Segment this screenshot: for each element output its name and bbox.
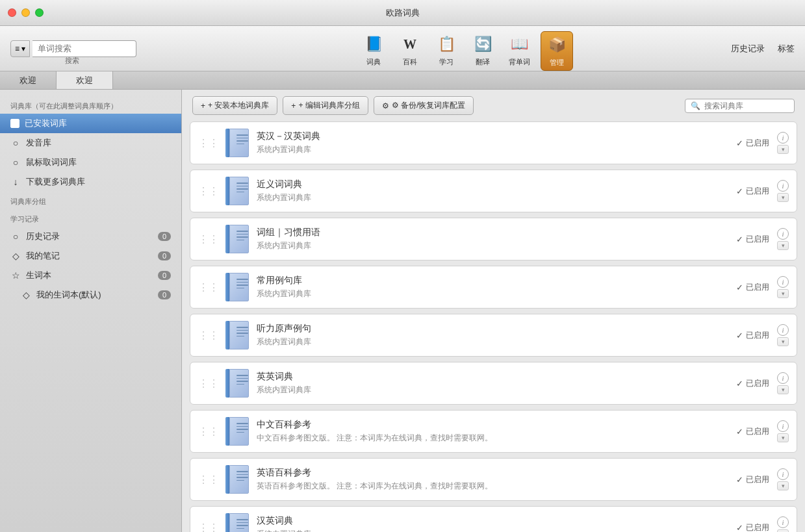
dict-info: 中文百科参考 中文百科参考图文版。 注意：本词库为在线词典，查找时需要联网。: [257, 419, 736, 444]
dict-arrow-button[interactable]: ▾: [777, 241, 789, 250]
drag-handle[interactable]: ⋮⋮: [198, 281, 219, 294]
toolbar-label-wordcard: 背单词: [509, 57, 530, 67]
dict-arrow-button[interactable]: ▾: [777, 337, 789, 346]
sidebar-label-installed: 已安装词库: [25, 118, 67, 129]
dict-status: ✓ 已启用: [736, 330, 769, 341]
dict-info-button[interactable]: i: [777, 324, 789, 336]
dict-info: 英英词典 系统内置词典库: [257, 371, 736, 396]
sidebar-item-mouse[interactable]: ○ 鼠标取词词库: [0, 153, 181, 172]
sidebar-item-notes[interactable]: ◇ 我的笔记 0: [0, 246, 181, 266]
sidebar-label-notes: 我的笔记: [26, 250, 60, 262]
dict-info-button[interactable]: i: [777, 180, 789, 192]
dict-status: ✓ 已启用: [736, 186, 769, 197]
dict-info-button[interactable]: i: [777, 468, 789, 480]
toolbar-item-dict[interactable]: 📘 词典: [358, 31, 389, 70]
edit-group-button[interactable]: + + 编辑词典库分组: [283, 96, 368, 115]
drag-handle[interactable]: ⋮⋮: [198, 185, 219, 197]
dict-info-button[interactable]: i: [777, 228, 789, 240]
dict-desc: 中文百科参考图文版。 注意：本词库为在线词典，查找时需要联网。: [257, 433, 736, 444]
tabbar: 欢迎 欢迎: [0, 71, 805, 90]
checkmark-icon: ✓: [736, 379, 743, 388]
drag-handle[interactable]: ⋮⋮: [198, 522, 219, 533]
sidebar-item-phonetics[interactable]: ○ 发音库: [0, 133, 181, 153]
sidebar-item-myvocab[interactable]: ◇ 我的生词本(默认) 0: [0, 285, 181, 305]
dict-desc: 系统内置词典库: [257, 240, 736, 251]
app-title: 欧路词典: [386, 7, 420, 19]
search-type-icon: ≡: [15, 44, 19, 53]
toolbar-item-learn[interactable]: 📋 学习: [431, 31, 462, 70]
dict-desc: 英语百科参考图文版。 注意：本词库为在线词典，查找时需要联网。: [257, 481, 736, 492]
dict-arrow-button[interactable]: ▾: [777, 289, 789, 298]
dict-list: ⋮⋮ 英汉－汉英词典 系统内置词典库 ✓ 已启用 i ▾ ⋮⋮: [182, 121, 805, 532]
checkmark-icon: ✓: [736, 186, 743, 196]
book-icon: [225, 465, 249, 494]
toolbar-item-manage[interactable]: 📦 管理: [541, 31, 573, 71]
myvocab-badge: 0: [158, 290, 171, 299]
toolbar-label-learn: 学习: [439, 57, 454, 67]
install-local-button[interactable]: + + 安装本地词典库: [192, 96, 277, 115]
dict-arrow-button[interactable]: ▾: [777, 433, 789, 442]
minimize-button[interactable]: [21, 8, 30, 17]
dict-info-button[interactable]: i: [777, 420, 789, 432]
dict-actions: i ▾: [777, 516, 789, 532]
dict-desc: 系统内置词典库: [257, 385, 736, 396]
book-icon: [225, 273, 249, 301]
status-badge: 已启用: [746, 426, 769, 437]
dict-status: ✓ 已启用: [736, 426, 769, 437]
sidebar-item-history[interactable]: ○ 历史记录 0: [0, 227, 181, 246]
dict-item-en_en: ⋮⋮ 英英词典 系统内置词典库 ✓ 已启用 i ▾: [190, 362, 797, 405]
dict-info-button[interactable]: i: [777, 132, 789, 144]
diamond-small-icon: ◇: [21, 290, 31, 300]
dict-arrow-button[interactable]: ▾: [777, 145, 789, 154]
history-badge: 0: [158, 232, 171, 241]
dict-name: 词组｜习惯用语: [257, 227, 736, 238]
dict-desc: 系统内置词典库: [257, 336, 736, 348]
dict-actions: i ▾: [777, 420, 789, 442]
sidebar-item-download[interactable]: ↓ 下载更多词典库: [0, 172, 181, 192]
sidebar-item-vocab[interactable]: ☆ 生词本 0: [0, 266, 181, 285]
search-input[interactable]: [32, 40, 136, 57]
checkmark-icon: ✓: [736, 523, 743, 533]
backup-button[interactable]: ⚙ ⚙ 备份/恢复词库配置: [374, 96, 474, 115]
status-badge: 已启用: [746, 234, 769, 245]
history-button[interactable]: 历史记录: [731, 43, 765, 55]
dict-arrow-button[interactable]: ▾: [777, 481, 789, 490]
dict-arrow-button[interactable]: ▾: [777, 193, 789, 202]
tab-welcome1[interactable]: 欢迎: [0, 71, 57, 89]
toolbar-item-trans[interactable]: 🔄 翻译: [467, 31, 498, 70]
wordcard-icon: 📖: [509, 34, 530, 55]
drag-handle[interactable]: ⋮⋮: [198, 137, 219, 149]
dict-actions: i ▾: [777, 324, 789, 346]
drag-handle[interactable]: ⋮⋮: [198, 329, 219, 342]
dict-item-audio_examples: ⋮⋮ 听力原声例句 系统内置词典库 ✓ 已启用 i ▾: [190, 314, 797, 357]
checkmark-icon: ✓: [736, 234, 743, 244]
dict-info: 听力原声例句 系统内置词典库: [257, 323, 736, 348]
maximize-button[interactable]: [35, 8, 44, 17]
drag-handle[interactable]: ⋮⋮: [198, 425, 219, 438]
drag-handle[interactable]: ⋮⋮: [198, 377, 219, 390]
content-search-input[interactable]: [704, 101, 789, 110]
dict-arrow-button[interactable]: ▾: [777, 385, 789, 394]
toolbar-item-wordcard[interactable]: 📖 背单词: [504, 31, 535, 70]
dict-item-en_wiki: ⋮⋮ 英语百科参考 英语百科参考图文版。 注意：本词库为在线词典，查找时需要联网…: [190, 458, 797, 501]
drag-handle[interactable]: ⋮⋮: [198, 474, 219, 486]
dict-info-button[interactable]: i: [777, 516, 789, 528]
dict-icon: 📘: [363, 34, 384, 55]
plus-icon2: +: [291, 101, 296, 110]
close-button[interactable]: [8, 8, 16, 17]
drag-handle[interactable]: ⋮⋮: [198, 233, 219, 246]
dict-actions: i ▾: [777, 468, 789, 490]
dict-info-button[interactable]: i: [777, 372, 789, 384]
dict-item-en_zh: ⋮⋮ 英汉－汉英词典 系统内置词典库 ✓ 已启用 i ▾: [190, 121, 797, 164]
sidebar-item-installed[interactable]: 已安装词库: [0, 114, 181, 133]
tab-welcome2[interactable]: 欢迎: [57, 71, 113, 89]
sidebar-section-group-title: 词典库分组: [0, 192, 181, 209]
toolbar-item-wiki[interactable]: W 百科: [394, 31, 426, 70]
dict-info: 英语百科参考 英语百科参考图文版。 注意：本词库为在线词典，查找时需要联网。: [257, 467, 736, 492]
manage-icon: 📦: [546, 34, 567, 55]
tag-button[interactable]: 标签: [778, 43, 795, 55]
status-badge: 已启用: [746, 522, 769, 533]
dict-info-button[interactable]: i: [777, 276, 789, 288]
search-dropdown[interactable]: ≡ ▾: [10, 40, 30, 57]
dict-arrow-button[interactable]: ▾: [777, 529, 789, 532]
